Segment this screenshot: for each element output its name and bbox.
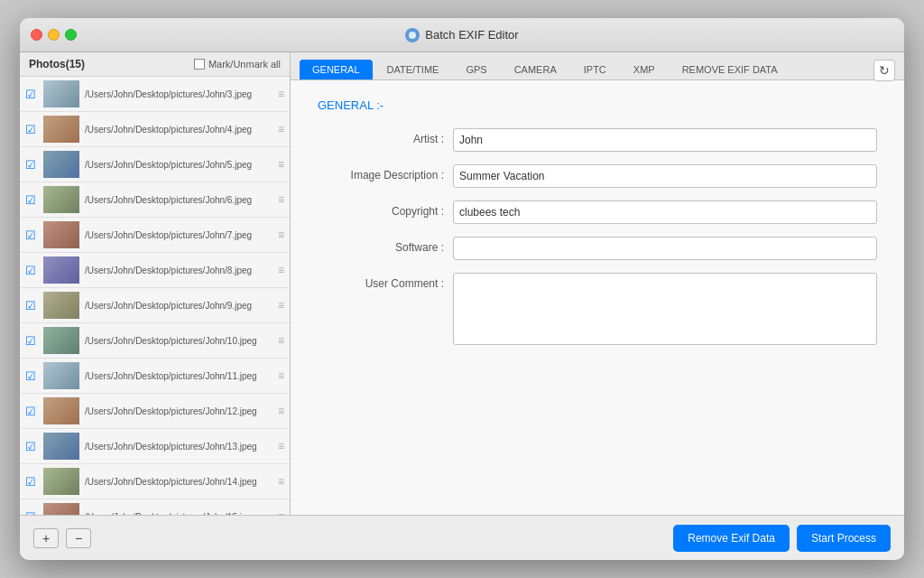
- photo-path: /Users/John/Desktop/pictures/John/12.jpe…: [85, 406, 273, 417]
- drag-handle-icon[interactable]: ≡: [278, 88, 284, 100]
- remove-exif-button[interactable]: Remove Exif Data: [673, 525, 790, 552]
- photo-thumbnail: [43, 327, 79, 354]
- window-title-area: Batch EXIF Editor: [405, 28, 518, 42]
- photo-thumbnail: [43, 433, 79, 460]
- left-panel-header: Photos(15) Mark/Unmark all: [20, 52, 290, 77]
- app-window: Batch EXIF Editor Photos(15) Mark/Unmark…: [20, 18, 904, 560]
- photo-path: /Users/John/Desktop/pictures/John/8.jpeg: [85, 265, 273, 276]
- main-content: Photos(15) Mark/Unmark all ☑ /Users/John…: [20, 52, 904, 515]
- list-item[interactable]: ☑ /Users/John/Desktop/pictures/John/4.jp…: [20, 112, 290, 147]
- mark-unmark-area[interactable]: Mark/Unmark all: [194, 59, 281, 70]
- photo-checkbox[interactable]: ☑: [25, 264, 38, 276]
- close-button[interactable]: [31, 29, 42, 41]
- list-item[interactable]: ☑ /Users/John/Desktop/pictures/John/5.jp…: [20, 147, 290, 182]
- photo-checkbox[interactable]: ☑: [25, 334, 38, 347]
- photo-checkbox[interactable]: ☑: [25, 193, 38, 206]
- field-label: User Comment :: [318, 273, 453, 290]
- user-comment-field[interactable]: [453, 273, 877, 345]
- list-item[interactable]: ☑ /Users/John/Desktop/pictures/John/15.j…: [20, 499, 290, 515]
- form-row: Artist :: [318, 128, 877, 152]
- drag-handle-icon[interactable]: ≡: [278, 405, 284, 417]
- photo-thumbnail: [43, 256, 79, 284]
- tab-xmp[interactable]: XMP: [621, 60, 668, 79]
- titlebar: Batch EXIF Editor: [20, 18, 904, 52]
- tab-camera[interactable]: CAMERA: [502, 60, 569, 79]
- photo-thumbnail: [43, 292, 79, 319]
- photo-thumbnail: [43, 503, 79, 515]
- list-item[interactable]: ☑ /Users/John/Desktop/pictures/John/7.jp…: [20, 218, 290, 253]
- traffic-lights: [31, 29, 77, 41]
- field-label: Copyright :: [318, 200, 453, 218]
- field-input-3[interactable]: [453, 237, 877, 260]
- tab-remove-exif-data[interactable]: REMOVE EXIF DATA: [670, 60, 790, 79]
- minimize-button[interactable]: [48, 29, 60, 41]
- drag-handle-icon[interactable]: ≡: [278, 193, 284, 206]
- drag-handle-icon[interactable]: ≡: [278, 158, 284, 171]
- field-label: Software :: [318, 237, 453, 254]
- form-row: User Comment :: [318, 273, 877, 345]
- form-area: GENERAL :- Artist :Image Description :Co…: [291, 80, 904, 515]
- drag-handle-icon[interactable]: ≡: [278, 299, 284, 312]
- svg-point-0: [409, 32, 416, 39]
- photo-checkbox[interactable]: ☑: [25, 158, 38, 171]
- add-button[interactable]: +: [33, 528, 59, 548]
- maximize-button[interactable]: [65, 29, 77, 41]
- list-item[interactable]: ☑ /Users/John/Desktop/pictures/John/3.jp…: [20, 77, 290, 112]
- remove-button[interactable]: −: [66, 528, 91, 548]
- photo-checkbox[interactable]: ☑: [25, 369, 38, 382]
- app-icon: [405, 28, 420, 42]
- photo-thumbnail: [43, 80, 79, 107]
- form-row: Image Description :: [318, 164, 877, 188]
- window-title: Batch EXIF Editor: [425, 28, 518, 42]
- photo-list: ☑ /Users/John/Desktop/pictures/John/3.jp…: [20, 77, 290, 515]
- list-item[interactable]: ☑ /Users/John/Desktop/pictures/John/11.j…: [20, 359, 290, 394]
- photo-checkbox[interactable]: ☑: [25, 299, 38, 312]
- list-item[interactable]: ☑ /Users/John/Desktop/pictures/John/6.jp…: [20, 182, 290, 218]
- photo-thumbnail: [43, 116, 79, 143]
- form-row: Software :: [318, 237, 877, 260]
- mark-unmark-checkbox[interactable]: [194, 59, 205, 70]
- drag-handle-icon[interactable]: ≡: [278, 123, 284, 135]
- photo-thumbnail: [43, 186, 79, 213]
- field-input-2[interactable]: [453, 200, 877, 224]
- photo-checkbox[interactable]: ☑: [25, 475, 38, 488]
- tab-general[interactable]: GENERAL: [300, 60, 373, 79]
- drag-handle-icon[interactable]: ≡: [278, 440, 284, 452]
- photo-path: /Users/John/Desktop/pictures/John/10.jpe…: [85, 335, 273, 347]
- photo-checkbox[interactable]: ☑: [25, 228, 38, 241]
- field-label: Image Description :: [318, 164, 453, 182]
- field-input-0[interactable]: [453, 128, 877, 152]
- drag-handle-icon[interactable]: ≡: [278, 369, 284, 382]
- list-item[interactable]: ☑ /Users/John/Desktop/pictures/John/12.j…: [20, 394, 290, 429]
- field-input-1[interactable]: [453, 164, 877, 188]
- photo-path: /Users/John/Desktop/pictures/John/7.jpeg: [85, 229, 273, 241]
- tab-gps[interactable]: GPS: [453, 60, 499, 79]
- left-panel: Photos(15) Mark/Unmark all ☑ /Users/John…: [20, 52, 291, 515]
- photo-path: /Users/John/Desktop/pictures/John/13.jpe…: [85, 441, 273, 452]
- photo-thumbnail: [43, 221, 79, 248]
- photo-checkbox[interactable]: ☑: [25, 440, 38, 452]
- refresh-button[interactable]: ↻: [873, 60, 895, 81]
- photo-thumbnail: [43, 362, 79, 389]
- start-process-button[interactable]: Start Process: [797, 525, 891, 552]
- photo-checkbox[interactable]: ☑: [25, 123, 38, 135]
- photo-path: /Users/John/Desktop/pictures/John/9.jpeg: [85, 300, 273, 312]
- tab-date-time[interactable]: DATE/TIME: [374, 60, 452, 79]
- drag-handle-icon[interactable]: ≡: [278, 228, 284, 241]
- photo-path: /Users/John/Desktop/pictures/John/4.jpeg: [85, 124, 273, 135]
- list-item[interactable]: ☑ /Users/John/Desktop/pictures/John/13.j…: [20, 429, 290, 464]
- field-label: Artist :: [318, 128, 453, 145]
- mark-unmark-label: Mark/Unmark all: [208, 59, 281, 70]
- list-item[interactable]: ☑ /Users/John/Desktop/pictures/John/14.j…: [20, 464, 290, 499]
- photo-checkbox[interactable]: ☑: [25, 88, 38, 100]
- tab-iptc[interactable]: IPTC: [571, 60, 619, 79]
- drag-handle-icon[interactable]: ≡: [278, 264, 284, 276]
- drag-handle-icon[interactable]: ≡: [278, 475, 284, 488]
- photo-checkbox[interactable]: ☑: [25, 405, 38, 417]
- photos-count: Photos(15): [29, 58, 85, 70]
- list-item[interactable]: ☑ /Users/John/Desktop/pictures/John/8.jp…: [20, 253, 290, 288]
- list-item[interactable]: ☑ /Users/John/Desktop/pictures/John/10.j…: [20, 323, 290, 359]
- drag-handle-icon[interactable]: ≡: [278, 334, 284, 347]
- form-row: Copyright :: [318, 200, 877, 224]
- list-item[interactable]: ☑ /Users/John/Desktop/pictures/John/9.jp…: [20, 288, 290, 323]
